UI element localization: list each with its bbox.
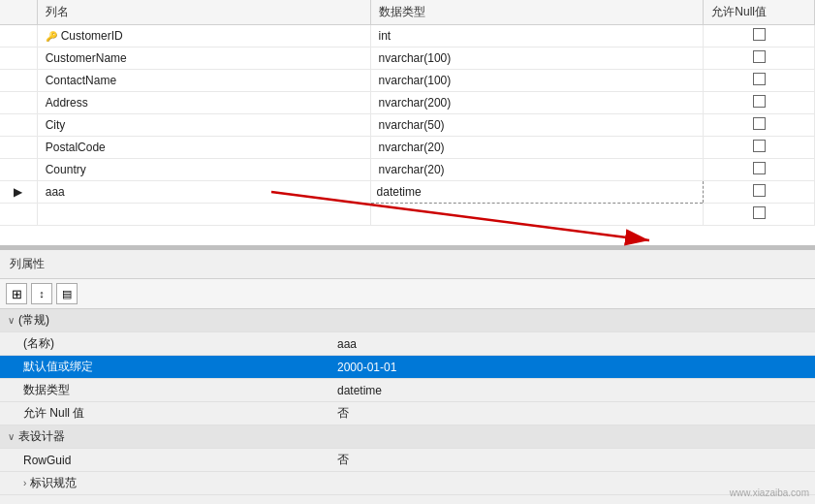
props-row[interactable]: ›标识规范 xyxy=(0,472,815,495)
column-type-cell[interactable]: nvarchar(100) xyxy=(370,70,704,92)
props-value-empty xyxy=(329,309,815,332)
sort-button[interactable]: ↕ xyxy=(31,283,52,304)
props-row[interactable]: (名称)aaa xyxy=(0,332,815,356)
table-row[interactable]: 🔑CustomerIDint xyxy=(0,25,815,47)
table-row[interactable] xyxy=(0,204,815,226)
props-value[interactable]: 2000-01-01 xyxy=(329,356,815,379)
null-checkbox[interactable] xyxy=(753,162,766,174)
props-label: (名称) xyxy=(0,332,329,356)
props-value: 否 xyxy=(329,449,815,472)
props-label: RowGuid xyxy=(0,449,329,472)
column-type-cell[interactable]: nvarchar(50) xyxy=(370,114,704,137)
props-label: ∨(常规) xyxy=(0,309,329,332)
props-section-header: ∨表设计器 xyxy=(0,425,815,449)
null-checkbox[interactable] xyxy=(753,28,766,41)
table-row[interactable]: ContactNamenvarchar(100) xyxy=(0,70,815,92)
null-checkbox[interactable] xyxy=(753,50,766,63)
col-null-header: 允许Null值 xyxy=(704,0,815,25)
props-row[interactable]: 默认值或绑定2000-01-01 xyxy=(0,356,815,379)
schema-editor-top: 列名 数据类型 允许Null值 🔑CustomerIDintCustomerNa… xyxy=(0,0,815,247)
column-null-cell[interactable] xyxy=(704,181,815,204)
props-label: 默认值或绑定 xyxy=(0,356,329,379)
null-checkbox[interactable] xyxy=(753,117,766,130)
props-row[interactable]: 数据类型datetime xyxy=(0,379,815,402)
filter-button[interactable]: ▤ xyxy=(56,283,78,304)
col-name-header: 列名 xyxy=(37,0,370,25)
column-type-cell[interactable] xyxy=(370,204,704,226)
panel-title-text: 列属性 xyxy=(10,257,45,270)
column-name-cell[interactable]: City xyxy=(37,114,370,137)
row-expand-icon: › xyxy=(23,478,26,488)
column-null-cell[interactable] xyxy=(704,92,815,114)
null-checkbox[interactable] xyxy=(753,95,766,108)
props-value: datetime xyxy=(329,379,815,402)
column-name-cell[interactable]: Address xyxy=(37,92,370,114)
null-checkbox[interactable] xyxy=(753,140,766,152)
properties-panel-title: 列属性 xyxy=(0,250,815,279)
row-indicator xyxy=(0,204,37,226)
column-name-cell[interactable]: PostalCode xyxy=(37,137,370,159)
row-indicator xyxy=(0,70,37,92)
column-type-cell[interactable]: nvarchar(100) xyxy=(370,47,704,70)
row-indicator xyxy=(0,159,37,181)
row-indicator xyxy=(0,92,37,114)
props-section-header: ∨(常规) xyxy=(0,309,815,332)
row-indicator xyxy=(0,47,37,70)
props-label: 允许 Null 值 xyxy=(0,402,329,425)
null-checkbox[interactable] xyxy=(753,73,766,85)
properties-table: ∨(常规)(名称)aaa默认值或绑定2000-01-01数据类型datetime… xyxy=(0,309,815,495)
row-indicator xyxy=(0,25,37,47)
column-name-cell[interactable]: aaa xyxy=(37,181,370,204)
column-type-cell[interactable]: datetime xyxy=(370,181,704,204)
filter-icon: ▤ xyxy=(62,288,72,300)
grid-view-button[interactable]: ⊞ xyxy=(6,283,27,304)
null-checkbox[interactable] xyxy=(753,184,766,197)
column-name-cell[interactable]: 🔑CustomerID xyxy=(37,25,370,47)
table-row[interactable]: Addressnvarchar(200) xyxy=(0,92,815,114)
column-name-cell[interactable]: ContactName xyxy=(37,70,370,92)
column-null-cell[interactable] xyxy=(704,47,815,70)
table-row[interactable]: ▶aaadatetime xyxy=(0,181,815,204)
column-null-cell[interactable] xyxy=(704,70,815,92)
section-expand-icon: ∨ xyxy=(8,431,15,442)
column-null-cell[interactable] xyxy=(704,159,815,181)
column-null-cell[interactable] xyxy=(704,25,815,47)
section-expand-icon: ∨ xyxy=(8,315,15,326)
table-row[interactable]: Countrynvarchar(20) xyxy=(0,159,815,181)
props-label: 数据类型 xyxy=(0,379,329,402)
columns-table: 列名 数据类型 允许Null值 🔑CustomerIDintCustomerNa… xyxy=(0,0,815,226)
column-type-cell[interactable]: nvarchar(200) xyxy=(370,92,704,114)
table-row[interactable]: Citynvarchar(50) xyxy=(0,114,815,137)
column-type-cell[interactable]: nvarchar(20) xyxy=(370,137,704,159)
table-row[interactable]: CustomerNamenvarchar(100) xyxy=(0,47,815,70)
pk-icon: 🔑 xyxy=(46,31,57,42)
column-type-cell[interactable]: int xyxy=(370,25,704,47)
props-label: ›标识规范 xyxy=(0,472,329,495)
col-type-header: 数据类型 xyxy=(370,0,704,25)
properties-toolbar: ⊞ ↕ ▤ xyxy=(0,279,815,309)
sort-icon: ↕ xyxy=(39,288,45,299)
props-row[interactable]: RowGuid否 xyxy=(0,449,815,472)
watermark: www.xiazaiba.com xyxy=(730,488,809,498)
properties-panel: 列属性 ⊞ ↕ ▤ ∨(常规)(名称)aaa默认值或绑定2000-01-01数据… xyxy=(0,247,815,504)
column-name-cell[interactable]: CustomerName xyxy=(37,47,370,70)
props-value: 否 xyxy=(329,402,815,425)
column-name-cell[interactable] xyxy=(37,204,370,226)
column-null-cell[interactable] xyxy=(704,137,815,159)
row-indicator xyxy=(0,137,37,159)
row-indicator xyxy=(0,114,37,137)
props-value: aaa xyxy=(329,332,815,356)
null-checkbox[interactable] xyxy=(753,206,766,219)
indicator-col-header xyxy=(0,0,37,25)
column-null-cell[interactable] xyxy=(704,114,815,137)
column-null-cell[interactable] xyxy=(704,204,815,226)
props-label: ∨表设计器 xyxy=(0,425,329,449)
row-indicator: ▶ xyxy=(0,181,37,204)
table-row[interactable]: PostalCodenvarchar(20) xyxy=(0,137,815,159)
column-name-cell[interactable]: Country xyxy=(37,159,370,181)
column-type-cell[interactable]: nvarchar(20) xyxy=(370,159,704,181)
props-row[interactable]: 允许 Null 值否 xyxy=(0,402,815,425)
grid-icon: ⊞ xyxy=(12,287,22,301)
props-value-empty xyxy=(329,425,815,449)
